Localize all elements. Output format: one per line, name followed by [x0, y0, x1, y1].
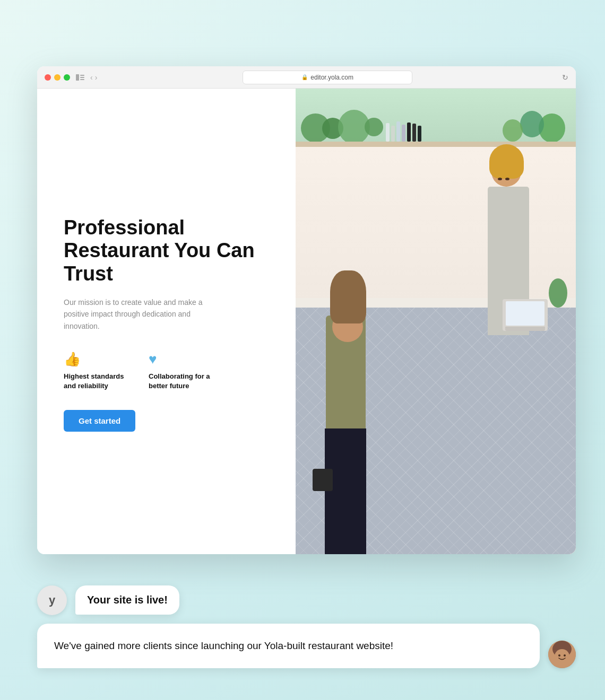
browser-window: ‹ › 🔒 editor.yola.com ↻ Professional Res…	[37, 66, 576, 554]
product-6	[412, 124, 416, 142]
nav-arrows: ‹ ›	[90, 73, 97, 82]
lock-icon: 🔒	[301, 74, 308, 80]
url-text: editor.yola.com	[310, 74, 353, 81]
browser-content: Professional Restaurant You Can Trust Ou…	[37, 89, 576, 554]
hero-title: Professional Restaurant You Can Trust	[64, 216, 269, 286]
left-panel: Professional Restaurant You Can Trust Ou…	[37, 89, 296, 554]
laptop	[503, 299, 548, 331]
svg-point-4	[548, 641, 576, 668]
chat-row-testimonial: We've gained more clients since launchin…	[37, 624, 576, 669]
back-button[interactable]: ‹	[90, 73, 93, 82]
chat-row-live: y Your site is live!	[37, 585, 576, 615]
chat-overlay: y Your site is live! We've gained more c…	[37, 585, 576, 669]
restaurant-background	[296, 89, 576, 554]
svg-point-8	[564, 654, 566, 657]
customer-figure	[310, 135, 400, 554]
forward-button[interactable]: ›	[95, 73, 98, 82]
user-avatar-image	[548, 641, 576, 668]
svg-point-7	[558, 654, 560, 657]
testimonial-text: We've gained more clients since launchin…	[54, 640, 393, 651]
customer-bag	[313, 469, 333, 491]
traffic-lights	[45, 74, 70, 81]
svg-rect-2	[80, 77, 84, 78]
live-message-bubble: Your site is live!	[75, 585, 179, 615]
yola-avatar: y	[37, 585, 67, 615]
testimonial-bubble: We've gained more clients since launchin…	[37, 624, 540, 669]
restaurant-image-panel	[296, 89, 576, 554]
staff-hair	[489, 144, 524, 179]
feature-item-2: ♥ Collaborating for a better future	[149, 351, 212, 391]
svg-rect-0	[76, 74, 79, 81]
counter-plant	[549, 278, 567, 308]
features-row: 👍 Highest standards and reliability ♥ Co…	[64, 351, 269, 391]
product-4	[402, 125, 405, 142]
svg-rect-3	[80, 79, 84, 80]
reload-button[interactable]: ↻	[562, 73, 568, 82]
browser-toolbar: ‹ › 🔒 editor.yola.com ↻	[37, 66, 576, 89]
svg-point-6	[555, 649, 569, 664]
svg-point-5	[552, 641, 572, 658]
heart-icon: ♥	[149, 351, 212, 368]
plant-blob-4	[365, 118, 383, 136]
customer-skirt	[325, 428, 366, 554]
customer-hair	[330, 270, 366, 323]
close-button[interactable]	[45, 74, 51, 81]
thumbs-up-icon: 👍	[64, 351, 127, 368]
laptop-base	[505, 327, 545, 331]
feature-2-label: Collaborating for a better future	[149, 372, 212, 391]
live-message-text: Your site is live!	[87, 594, 168, 606]
hero-subtitle: Our mission is to create value and make …	[64, 296, 223, 332]
address-bar[interactable]: 🔒 editor.yola.com	[243, 71, 412, 84]
laptop-screen	[506, 301, 544, 326]
get-started-button[interactable]: Get started	[64, 410, 135, 432]
maximize-button[interactable]	[64, 74, 70, 81]
yola-avatar-letter: y	[49, 593, 55, 607]
product-5	[407, 122, 411, 142]
svg-rect-1	[80, 75, 84, 76]
product-7	[418, 126, 421, 142]
user-avatar	[548, 641, 576, 668]
sidebar-icon[interactable]	[75, 73, 85, 82]
minimize-button[interactable]	[54, 74, 60, 81]
feature-item-1: 👍 Highest standards and reliability	[64, 351, 127, 391]
feature-1-label: Highest standards and reliability	[64, 372, 127, 391]
